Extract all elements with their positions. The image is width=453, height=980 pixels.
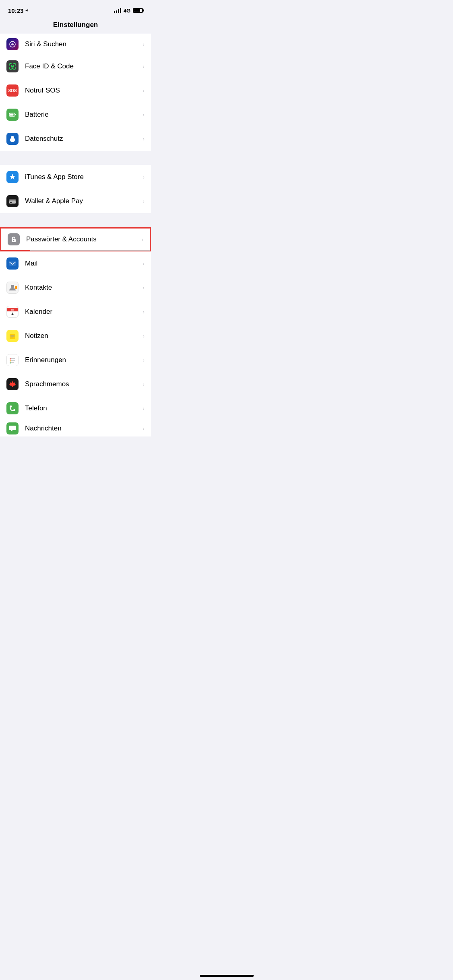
sidebar-item-sprachmemos[interactable]: Sprachmemos › (0, 372, 151, 396)
section-gap-1 (0, 151, 151, 165)
calendar-icon: DI 4 (6, 306, 19, 318)
chevron-icon: › (141, 236, 143, 243)
svg-rect-19 (10, 333, 15, 334)
chevron-icon: › (143, 405, 145, 412)
chevron-icon: › (143, 136, 145, 142)
face-id-label: Face ID & Code (25, 62, 139, 70)
sidebar-item-telefon[interactable]: Telefon › (0, 396, 151, 420)
chevron-icon: › (143, 41, 145, 47)
appstore-icon (6, 171, 19, 183)
sidebar-item-notruf-sos[interactable]: SOS Notruf SOS › (0, 78, 151, 103)
chevron-icon: › (143, 284, 145, 291)
sidebar-item-kalender[interactable]: DI 4 Kalender › (0, 300, 151, 324)
svg-rect-6 (10, 114, 14, 116)
svg-point-23 (10, 358, 11, 360)
location-icon (25, 8, 29, 12)
datenschutz-label: Datenschutz (25, 135, 139, 143)
signal-bar-3 (118, 9, 119, 13)
sidebar-item-notizen[interactable]: Notizen › (0, 324, 151, 348)
sidebar-item-passworter-accounts[interactable]: Passwörter & Accounts › (0, 227, 151, 251)
privacy-icon (6, 133, 19, 145)
sidebar-item-wallet-applepay[interactable]: Wallet & Apple Pay › (0, 189, 151, 213)
svg-point-13 (13, 240, 14, 241)
passwords-icon (8, 233, 20, 245)
chevron-icon: › (143, 198, 145, 204)
chevron-icon: › (143, 63, 145, 70)
telefon-label: Telefon (25, 404, 139, 412)
mail-icon (6, 257, 19, 270)
nachrichten-icon (6, 422, 19, 434)
section-stores: iTunes & App Store › Wallet & Apple Pay … (0, 165, 151, 213)
signal-bar-2 (116, 10, 117, 13)
chevron-icon: › (143, 381, 145, 387)
sidebar-item-itunes-appstore[interactable]: iTunes & App Store › (0, 165, 151, 189)
sidebar-item-kontakte[interactable]: Kontakte › (0, 276, 151, 300)
kontakte-label: Kontakte (25, 284, 139, 292)
section-accounts: Passwörter & Accounts › Mail › Kontakte … (0, 227, 151, 436)
sidebar-item-erinnerungen[interactable]: Erinnerungen › (0, 348, 151, 372)
erinnerungen-label: Erinnerungen (25, 356, 139, 364)
battery-fill (134, 9, 140, 12)
chevron-icon: › (143, 425, 145, 432)
nachrichten-label: Nachrichten (25, 424, 139, 432)
notes-icon (6, 330, 19, 342)
wallet-icon (6, 195, 19, 207)
nav-header: Einstellungen (0, 18, 151, 34)
sos-icon: SOS (6, 84, 19, 97)
contacts-icon (6, 282, 19, 294)
chevron-icon: › (143, 333, 145, 339)
chevron-icon: › (143, 111, 145, 118)
phone-icon (6, 402, 19, 414)
section-gap-2 (0, 213, 151, 227)
status-bar: 10:23 4G (0, 0, 151, 18)
sidebar-item-siri-suchen[interactable]: Siri & Suchen › (0, 34, 151, 54)
svg-rect-17 (15, 286, 17, 289)
section-top: Siri & Suchen › Face ID & Code › (0, 34, 151, 151)
network-type: 4G (124, 8, 130, 14)
sidebar-item-face-id[interactable]: Face ID & Code › (0, 54, 151, 78)
sidebar-item-batterie[interactable]: Batterie › (0, 103, 151, 127)
svg-point-25 (10, 360, 11, 362)
siri-suchen-label: Siri & Suchen (25, 40, 139, 48)
svg-rect-15 (9, 261, 16, 266)
page-title: Einstellungen (53, 21, 98, 29)
sidebar-item-mail[interactable]: Mail › (0, 251, 151, 276)
kalender-label: Kalender (25, 308, 139, 316)
battery-settings-icon (6, 109, 19, 121)
batterie-label: Batterie (25, 111, 139, 119)
itunes-appstore-label: iTunes & App Store (25, 173, 139, 181)
status-icons: 4G (114, 8, 143, 14)
reminders-icon (6, 354, 19, 366)
passworter-accounts-label: Passwörter & Accounts (26, 235, 138, 243)
siri-icon (6, 38, 19, 50)
chevron-icon: › (143, 87, 145, 94)
chevron-icon: › (143, 357, 145, 363)
battery-indicator (133, 8, 143, 13)
svg-point-16 (11, 285, 14, 288)
notruf-sos-label: Notruf SOS (25, 86, 139, 95)
status-time: 10:23 (8, 7, 29, 14)
notizen-label: Notizen (25, 332, 139, 340)
signal-bars (114, 8, 121, 13)
faceid-icon (6, 60, 19, 72)
voicememos-icon (6, 378, 19, 390)
sidebar-item-datenschutz[interactable]: Datenschutz › (0, 127, 151, 151)
mail-label: Mail (25, 259, 139, 268)
signal-bar-1 (114, 11, 115, 13)
sidebar-item-nachrichten[interactable]: Nachrichten › (0, 420, 151, 436)
signal-bar-4 (120, 8, 121, 13)
wallet-applepay-label: Wallet & Apple Pay (25, 197, 139, 205)
sprachmemos-label: Sprachmemos (25, 380, 139, 388)
svg-point-27 (10, 362, 11, 364)
chevron-icon: › (143, 174, 145, 180)
svg-rect-5 (15, 114, 16, 115)
chevron-icon: › (143, 260, 145, 267)
chevron-icon: › (143, 309, 145, 315)
svg-rect-11 (10, 202, 12, 203)
